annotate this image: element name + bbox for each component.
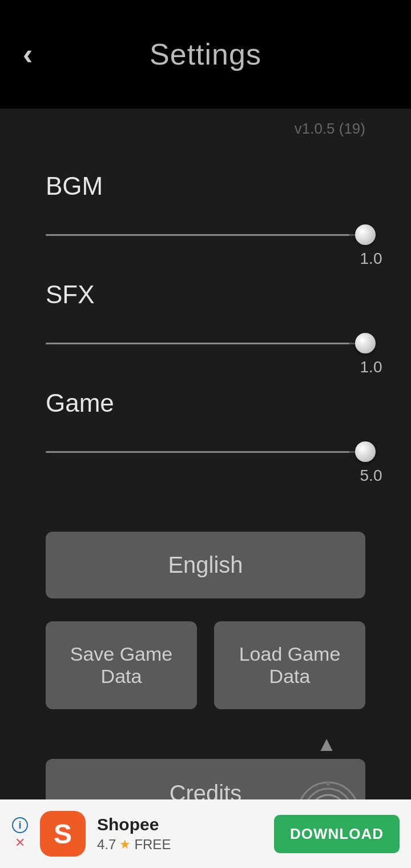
sfx-fill [46, 343, 349, 344]
ad-app-name: Shopee [97, 815, 263, 834]
ad-free-label: FREE [134, 837, 171, 853]
sfx-slider-wrapper: 1.0 [46, 326, 365, 360]
sfx-label: SFX [46, 280, 365, 309]
data-buttons-row: Save Game Data Load Game Data [46, 621, 365, 709]
ad-logo: S [40, 811, 86, 857]
game-section: Game 5.0 [46, 389, 365, 469]
info-icon[interactable]: i [12, 817, 28, 833]
bgm-value: 1.0 [360, 250, 382, 268]
game-label: Game [46, 389, 365, 417]
close-ad-icon[interactable]: ✕ [15, 835, 25, 850]
sfx-thumb[interactable] [355, 333, 376, 353]
game-slider-wrapper: 5.0 [46, 435, 365, 469]
settings-content: v1.0.5 (19) BGM 1.0 SFX 1.0 [0, 108, 411, 851]
up-arrow-icon: ▲ [46, 732, 365, 756]
ad-text: Shopee 4.7 ★ FREE [97, 815, 263, 853]
sfx-value: 1.0 [360, 358, 382, 376]
bgm-section: BGM 1.0 [46, 172, 365, 252]
load-game-data-button[interactable]: Load Game Data [214, 621, 365, 709]
star-icon: ★ [119, 837, 131, 852]
game-value: 5.0 [360, 467, 382, 485]
save-game-data-button[interactable]: Save Game Data [46, 621, 197, 709]
game-track [46, 451, 365, 453]
ad-info-section: i ✕ [11, 817, 29, 850]
sfx-slider[interactable]: 1.0 [46, 326, 365, 360]
sfx-track [46, 343, 365, 344]
language-button[interactable]: English [46, 532, 365, 598]
game-slider[interactable]: 5.0 [46, 435, 365, 469]
bgm-fill [46, 234, 349, 236]
ad-banner: i ✕ S Shopee 4.7 ★ FREE DOWNLOAD [0, 799, 411, 868]
page-title: Settings [150, 37, 261, 71]
ad-download-button[interactable]: DOWNLOAD [274, 815, 400, 853]
header: ‹ Settings [0, 0, 411, 108]
game-fill [46, 451, 349, 453]
back-button[interactable]: ‹ [23, 39, 33, 69]
bgm-slider-wrapper: 1.0 [46, 218, 365, 252]
version-label: v1.0.5 (19) [46, 120, 365, 138]
sfx-section: SFX 1.0 [46, 280, 365, 360]
bgm-thumb[interactable] [355, 224, 376, 245]
game-thumb[interactable] [355, 441, 376, 462]
ad-rating: 4.7 ★ FREE [97, 837, 263, 853]
bgm-slider[interactable]: 1.0 [46, 218, 365, 252]
bgm-track [46, 234, 365, 236]
ad-rating-value: 4.7 [97, 837, 116, 853]
bgm-label: BGM [46, 172, 365, 200]
